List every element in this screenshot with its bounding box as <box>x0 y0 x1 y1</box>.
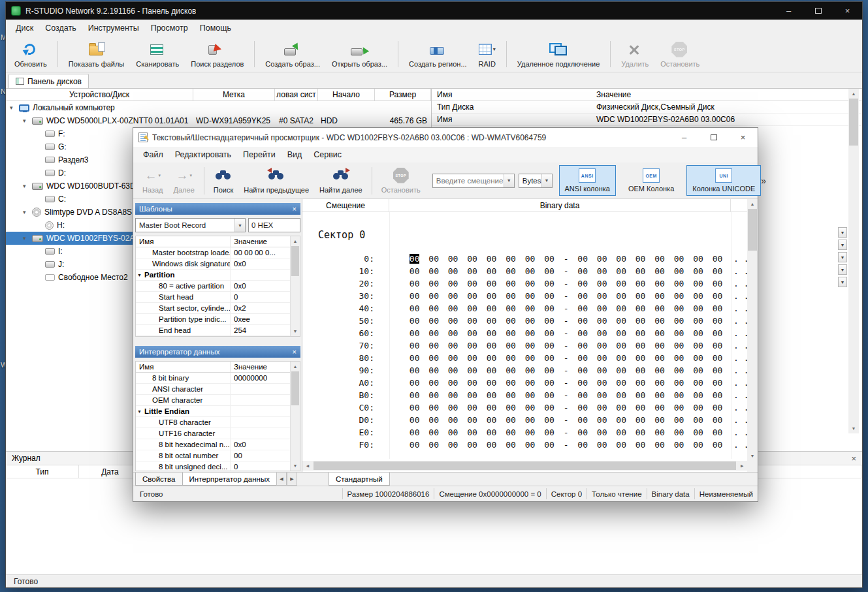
chevron-down-icon[interactable] <box>504 174 514 187</box>
hex-row[interactable]: 10: 00 00 00 00 00 00 00 00 - 00 00 00 0… <box>302 266 747 279</box>
interpreter-scrollbar[interactable] <box>290 362 300 471</box>
expander-icon[interactable]: ▾ <box>23 235 32 241</box>
column-header-label[interactable]: Метка <box>193 89 275 101</box>
toolbar-overflow-button[interactable]: » <box>761 176 766 186</box>
scroll-down-icon[interactable] <box>848 424 859 433</box>
expander-icon[interactable]: ▾ <box>23 183 32 189</box>
menu-item[interactable]: Сервис <box>308 150 347 159</box>
chevron-down-icon[interactable] <box>541 174 552 187</box>
tab-scroll-left-icon[interactable]: ◀ <box>276 473 287 486</box>
hex-byte-selected[interactable]: 00 <box>410 341 420 351</box>
template-field-row[interactable]: Windows disk signature 0x0 <box>136 258 300 270</box>
hex-byte-selected[interactable]: 00 <box>410 415 420 425</box>
menu-item[interactable]: Помощь <box>194 23 237 33</box>
interpreter-row[interactable]: 8 bit binary 00000000 <box>136 373 300 384</box>
maximize-button[interactable] <box>699 128 728 147</box>
hex-row[interactable]: D0: 00 00 00 00 00 00 00 00 - 00 00 00 0… <box>302 415 747 428</box>
main-titlebar[interactable]: R-STUDIO Network 9.2.191166 - Панель дис… <box>6 2 862 20</box>
value-dropdown-icon[interactable] <box>838 240 847 250</box>
scroll-down-icon[interactable] <box>291 326 300 336</box>
menu-item[interactable]: Инструменты <box>82 23 145 33</box>
value-dropdown-icon[interactable] <box>838 277 847 287</box>
column-header-start[interactable]: Начало <box>318 89 375 101</box>
hex-byte-selected[interactable]: 00 <box>410 254 420 264</box>
hex-row[interactable]: F0: 00 00 00 00 00 00 00 00 - 00 00 00 0… <box>302 440 747 452</box>
interpreter-row[interactable]: 8 bit hexadecimal n... 0x0 <box>136 439 300 450</box>
dropdown-arrow-icon[interactable]: ▾ <box>493 46 496 52</box>
scrollbar-thumb[interactable] <box>313 461 736 470</box>
column-header-name[interactable]: Имя <box>432 89 592 101</box>
scroll-up-icon[interactable] <box>291 236 300 246</box>
panel-tab[interactable]: Свойства <box>135 473 183 486</box>
close-button[interactable]: × <box>833 2 862 20</box>
offset-input[interactable] <box>433 177 504 185</box>
journal-close-icon[interactable]: × <box>851 454 856 463</box>
properties-scrollbar[interactable] <box>848 89 859 433</box>
forward-button[interactable]: → Далее <box>169 166 200 196</box>
menu-item[interactable]: Редактировать <box>169 150 237 159</box>
template-field-row[interactable]: 80 = active partition 0x0 <box>136 281 300 292</box>
close-button[interactable]: × <box>728 128 758 147</box>
template-offset-input[interactable] <box>248 218 300 232</box>
grid-column-value[interactable]: Значение <box>230 362 300 372</box>
scrollbar-thumb[interactable] <box>291 371 299 405</box>
scroll-up-icon[interactable] <box>747 199 758 209</box>
stop-button[interactable]: STOP Остановить <box>376 166 426 196</box>
chevron-down-icon[interactable] <box>234 219 245 232</box>
interpreter-row[interactable]: 8 bit unsigned deci... 0 <box>136 461 300 471</box>
unit-combobox[interactable]: Bytes <box>519 174 553 188</box>
minimize-button[interactable]: – <box>774 2 803 20</box>
interpreter-row[interactable]: OEM character <box>136 395 300 406</box>
value-dropdown-icon[interactable] <box>838 227 847 238</box>
menu-item[interactable]: Файл <box>137 150 169 159</box>
scroll-up-icon[interactable] <box>291 362 300 371</box>
maximize-button[interactable] <box>803 2 833 20</box>
hex-row[interactable]: C0: 00 00 00 00 00 00 00 00 - 00 00 00 0… <box>302 403 747 415</box>
toolbar-button[interactable]: Создать образ... <box>259 38 326 70</box>
offset-column-header[interactable]: Смещение <box>302 199 389 211</box>
hex-byte-selected[interactable]: 00 <box>410 440 420 450</box>
scroll-down-icon[interactable] <box>291 461 300 471</box>
template-field-row[interactable]: Start sector, cylinde... 0x2 <box>136 303 300 314</box>
binary-data-column-header[interactable]: Binary data <box>389 199 731 211</box>
hex-byte-selected[interactable]: 00 <box>410 316 420 326</box>
value-dropdown-icon[interactable] <box>838 264 847 275</box>
hex-titlebar[interactable]: Текстовый/Шестнадцатеричный просмотрщик … <box>133 128 758 147</box>
hex-byte-selected[interactable]: 00 <box>410 353 420 363</box>
hex-byte-selected[interactable]: 00 <box>410 266 420 276</box>
toolbar-button[interactable]: Показать файлы <box>63 38 130 70</box>
toolbar-button[interactable]: Сканировать <box>130 38 185 70</box>
hex-rows[interactable]: 0: 00 00 00 00 00 00 00 00 - 00 00 00 00… <box>302 254 747 452</box>
back-button[interactable]: ← Назад <box>137 166 169 196</box>
grid-column-name[interactable]: Имя <box>136 362 230 372</box>
device-tree-row[interactable]: ▾ Локальный компьютер <box>6 101 431 114</box>
scrollbar-thumb[interactable] <box>748 209 757 251</box>
template-field-row[interactable]: End head 254 <box>136 325 300 336</box>
close-icon[interactable]: × <box>293 205 297 213</box>
dropdown-arrow-icon[interactable] <box>159 173 161 178</box>
menu-item[interactable]: Диск <box>10 23 39 33</box>
grid-column-name[interactable]: Имя <box>136 236 230 247</box>
column-toggle-button[interactable]: ANSI ANSI колонка <box>559 165 616 196</box>
find-previous-button[interactable]: Найти предыдущее <box>238 166 314 196</box>
menu-item[interactable]: Просмотр <box>145 23 194 33</box>
scroll-right-icon[interactable] <box>737 461 747 471</box>
property-row[interactable]: Имя WDC WD1002FBYS-02A6B0 03.00C06 <box>432 114 862 126</box>
hex-horizontal-scrollbar[interactable] <box>302 461 747 471</box>
menu-item[interactable]: Перейти <box>237 150 281 159</box>
scrollbar-thumb[interactable] <box>849 99 858 146</box>
menu-item[interactable]: Создать <box>39 23 82 33</box>
column-toggle-button[interactable]: OEM OEM Колонка <box>622 165 680 196</box>
interpreter-row[interactable]: UTF16 character <box>136 428 300 439</box>
hex-row[interactable]: B0: 00 00 00 00 00 00 00 00 - 00 00 00 0… <box>302 390 747 403</box>
grid-column-value[interactable]: Значение <box>230 236 300 247</box>
column-header-value[interactable]: Значение <box>592 89 862 101</box>
tab-disk-panel[interactable]: Панель дисков <box>8 74 89 88</box>
expander-icon[interactable]: ▾ <box>10 104 19 111</box>
toolbar-button[interactable]: Создать регион... <box>403 38 473 70</box>
hex-byte-selected[interactable]: 00 <box>410 291 420 301</box>
hex-row[interactable]: 40: 00 00 00 00 00 00 00 00 - 00 00 00 0… <box>302 304 747 316</box>
hex-row[interactable]: 80: 00 00 00 00 00 00 00 00 - 00 00 00 0… <box>302 353 747 366</box>
close-icon[interactable]: × <box>293 348 297 356</box>
toolbar-button[interactable]: Удаленное подключение <box>511 38 605 70</box>
